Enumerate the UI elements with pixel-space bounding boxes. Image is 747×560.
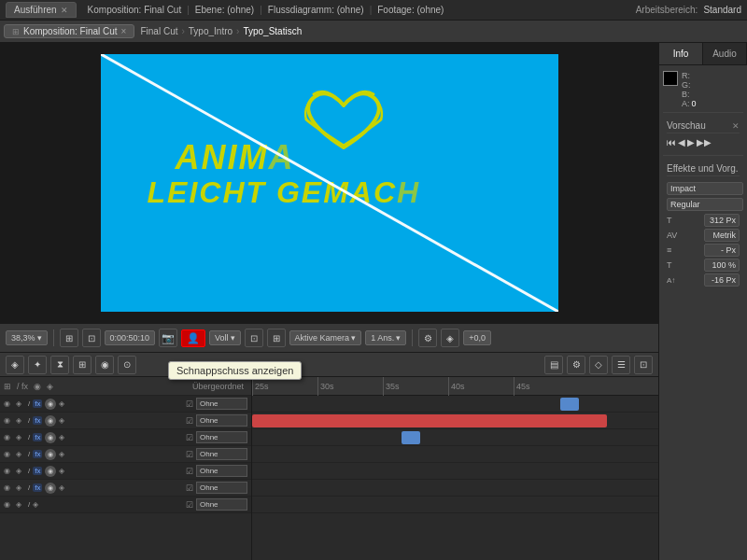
layer-2-audio[interactable]: ◈	[16, 416, 25, 425]
layer-7-lock[interactable]: ◈	[33, 500, 42, 509]
extra-btn-2[interactable]: ◈	[441, 329, 459, 347]
timeline-area: ◈ ✦ ⧗ ⊞ ◉ ⊙ ▤ ⚙ ◇ ☰ ⊡ ⊞ /	[0, 353, 658, 560]
prev-btn[interactable]: ⏮	[667, 137, 676, 147]
color-swatch[interactable]	[663, 71, 678, 86]
vorschau-header: Vorschau ✕	[667, 117, 740, 133]
grid-btn[interactable]: ⊡	[82, 329, 101, 347]
layer-7-vis[interactable]: ◉	[4, 500, 13, 509]
baseline-field[interactable]: -16 Px	[704, 273, 740, 287]
layer-2-check: ☑	[186, 416, 193, 426]
layer-3-solo[interactable]: ◉	[45, 432, 56, 443]
menu-tab-close[interactable]: ✕	[61, 6, 68, 15]
font-size-field[interactable]: 312 Px	[704, 214, 740, 227]
layer-3-mode[interactable]: Ohne	[196, 431, 247, 443]
scale-field[interactable]: 100 %	[704, 259, 740, 272]
comp-tab[interactable]: ⊞ Komposition: Final Cut ×	[4, 24, 134, 38]
layer-6-solo[interactable]: ◉	[45, 483, 56, 494]
layer-6-fx[interactable]: fx	[33, 483, 42, 492]
tl-mode-btn[interactable]: ▤	[544, 356, 563, 374]
vorschau-close[interactable]: ✕	[732, 121, 740, 131]
layer-3-vis[interactable]: ◉	[4, 433, 13, 441]
layer-1-lock[interactable]: ◈	[59, 399, 68, 408]
layer-7-audio[interactable]: ◈	[16, 500, 25, 509]
fwd-btn[interactable]: ▶▶	[697, 137, 712, 147]
layer-1-solo[interactable]: ◉	[45, 399, 56, 410]
offset-field[interactable]: +0,0	[463, 330, 491, 345]
layer-2-fx[interactable]: fx	[33, 416, 42, 425]
layer-5-fx[interactable]: fx	[33, 467, 42, 475]
tl-extra-btn[interactable]: ☰	[612, 356, 630, 374]
tl-graph-btn[interactable]: ⚙	[567, 356, 585, 374]
lh-icon: ⊞	[4, 382, 11, 391]
layer-1-audio[interactable]: ◈	[16, 399, 25, 408]
layer-1-vis[interactable]: ◉	[4, 399, 13, 408]
extra-btn-1[interactable]: ⚙	[418, 329, 437, 347]
tl-tool-3[interactable]: ⧗	[50, 356, 69, 374]
layer-2-vis[interactable]: ◉	[4, 416, 13, 425]
font-name-dropdown[interactable]: Impact	[667, 182, 743, 195]
comp-tab-close[interactable]: ×	[121, 26, 127, 36]
track-row-1	[252, 396, 658, 413]
layer-5-vis[interactable]: ◉	[4, 467, 13, 475]
timeline-toolbar: ◈ ✦ ⧗ ⊞ ◉ ⊙ ▤ ⚙ ◇ ☰ ⊡	[0, 353, 658, 377]
tl-tool-2[interactable]: ✦	[28, 356, 47, 374]
tl-keyframe-btn[interactable]: ◇	[589, 356, 608, 374]
layer-5-mode[interactable]: Ohne	[196, 465, 247, 477]
layer-6-lock[interactable]: ◈	[59, 483, 68, 492]
top-section-ebene: Ebene: (ohne)	[195, 5, 254, 15]
leading-val: - Px	[721, 245, 736, 255]
layer-6-mode[interactable]: Ohne	[196, 482, 247, 494]
fit-btn[interactable]: ⊞	[60, 329, 78, 347]
layer-6-vis[interactable]: ◉	[4, 483, 13, 492]
layer-5-lock[interactable]: ◈	[59, 467, 68, 475]
quality-arrow: ▾	[231, 333, 235, 343]
menu-tab-ausfuhren[interactable]: Ausführen ✕	[6, 2, 77, 18]
layer-4-audio[interactable]: ◈	[16, 450, 25, 458]
breadcrumb-3[interactable]: Typo_Statisch	[243, 26, 302, 36]
views-dropdown[interactable]: 1 Ans. ▾	[365, 330, 406, 345]
play-btn[interactable]: ▶	[687, 137, 695, 147]
tab-info[interactable]: Info	[659, 43, 703, 64]
layer-6-audio[interactable]: ◈	[16, 483, 25, 492]
font-style-dropdown[interactable]: Regular	[667, 198, 743, 211]
snapshot-btn[interactable]: 👤	[181, 329, 205, 347]
layer-4-vis[interactable]: ◉	[4, 450, 13, 458]
layer-5-solo[interactable]: ◉	[45, 466, 56, 477]
back-frame-btn[interactable]: ◀	[678, 137, 685, 147]
tl-tool-1[interactable]: ◈	[6, 356, 24, 374]
layer-1-fx[interactable]: fx	[33, 399, 42, 408]
tl-tool-6[interactable]: ⊙	[118, 356, 136, 374]
layer-3-fx[interactable]: fx	[33, 433, 42, 441]
breadcrumb-2[interactable]: Typo_Intro	[189, 26, 233, 36]
layer-6-check: ☑	[186, 483, 193, 493]
breadcrumb-1[interactable]: Final Cut	[140, 26, 177, 36]
layer-4-lock[interactable]: ◈	[59, 450, 68, 458]
layer-2-mode[interactable]: Ohne	[196, 414, 247, 427]
layer-2-solo[interactable]: ◉	[45, 415, 56, 427]
layer-5-audio[interactable]: ◈	[16, 467, 25, 475]
tab-audio[interactable]: Audio	[703, 43, 747, 64]
layer-2-lock[interactable]: ◈	[59, 416, 68, 425]
camera-icon-btn[interactable]: 📷	[159, 329, 177, 347]
quality-dropdown[interactable]: Voll ▾	[209, 330, 241, 345]
comp-bar: ⊞ Komposition: Final Cut × Final Cut › T…	[0, 21, 747, 43]
leading-field[interactable]: - Px	[704, 244, 740, 257]
layer-4-solo[interactable]: ◉	[45, 449, 56, 460]
kerning-field[interactable]: Metrik	[704, 229, 740, 242]
top-section-footage: Footage: (ohne)	[377, 5, 444, 15]
layer-3-lock[interactable]: ◈	[59, 433, 68, 441]
kerning-icon: AV	[667, 231, 677, 240]
tl-tool-4[interactable]: ⊞	[73, 356, 92, 374]
layer-4-mode[interactable]: Ohne	[196, 448, 247, 460]
layer-3-audio[interactable]: ◈	[16, 433, 25, 441]
camera-dropdown[interactable]: Aktive Kamera ▾	[289, 330, 362, 345]
tl-flow-btn[interactable]: ⊡	[634, 356, 653, 374]
checker-btn[interactable]: ⊞	[267, 329, 286, 347]
toggle-btn[interactable]: ⊡	[245, 329, 263, 347]
layer-1-mode[interactable]: Ohne	[196, 398, 247, 410]
zoom-dropdown[interactable]: 38,3% ▾	[6, 330, 48, 345]
layer-4-fx[interactable]: fx	[33, 450, 42, 458]
tl-tool-5[interactable]: ◉	[95, 356, 114, 374]
timecode-field[interactable]: 0:00:50:10	[105, 330, 156, 345]
layer-7-mode[interactable]: Ohne	[196, 498, 247, 511]
